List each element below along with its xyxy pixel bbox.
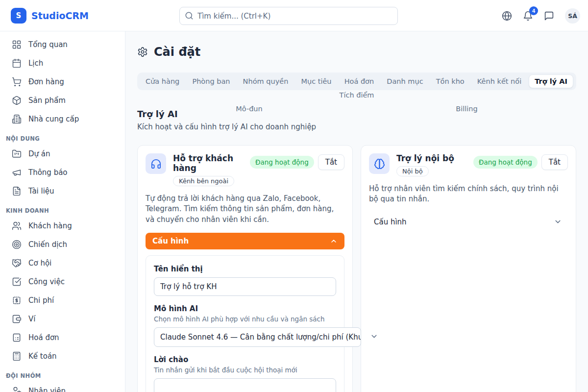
notification-count-badge: 4 bbox=[529, 6, 538, 15]
config-accordion-toggle[interactable]: Cấu hình bbox=[369, 216, 568, 228]
tab-billing[interactable]: Billing bbox=[450, 102, 483, 116]
sidebar-item-cong-viec[interactable]: Công việc bbox=[0, 272, 125, 291]
handshake-icon bbox=[12, 258, 22, 268]
sidebar-item-nhan-vien[interactable]: Nhân viên bbox=[0, 382, 125, 392]
user-avatar[interactable]: SÁ bbox=[565, 8, 580, 24]
sidebar-item-tai-lieu[interactable]: Tài liệu bbox=[0, 182, 125, 200]
tab-ton-kho[interactable]: Tồn kho bbox=[431, 74, 470, 88]
calculator-icon bbox=[12, 351, 22, 361]
ai-model-select[interactable]: Claude Sonnet 4.6 — Cân bằng chất lượng/… bbox=[154, 327, 361, 347]
sidebar-item-co-hoi[interactable]: Cơ hội bbox=[0, 254, 125, 272]
assistant-card-customer-support: Hỗ trợ khách hàng Kênh bên ngoài Đang ho… bbox=[137, 145, 353, 392]
assistant-tag: Kênh bên ngoài bbox=[173, 176, 234, 186]
display-name-input[interactable] bbox=[154, 277, 336, 296]
package-icon bbox=[12, 96, 22, 105]
banknote-icon bbox=[12, 295, 22, 305]
global-search bbox=[179, 7, 398, 25]
tab-danh-muc[interactable]: Danh mục bbox=[381, 74, 428, 88]
tab-kenh-ket-noi[interactable]: Kênh kết nối bbox=[472, 74, 527, 88]
turn-off-button[interactable]: Tắt bbox=[541, 154, 568, 170]
config-toggle-label: Cấu hình bbox=[374, 218, 407, 226]
sidebar: Tổng quan Lịch Đơn hàng Sản phẩm Nhà cun… bbox=[0, 31, 125, 392]
sidebar-item-don-hang[interactable]: Đơn hàng bbox=[0, 73, 125, 91]
sidebar-item-label: Khách hàng bbox=[28, 221, 72, 230]
tab-cua-hang[interactable]: Cửa hàng bbox=[140, 74, 185, 88]
sidebar-item-label: Hoá đơn bbox=[28, 333, 59, 342]
tab-tich-diem[interactable]: Tích điểm bbox=[334, 88, 380, 102]
ai-model-label: Mô hình AI bbox=[154, 304, 336, 313]
assistant-title: Hỗ trợ khách hàng bbox=[173, 153, 250, 173]
sidebar-item-label: Thông báo bbox=[28, 168, 68, 177]
sidebar-item-label: Đơn hàng bbox=[28, 77, 64, 86]
greeting-hint: Tin nhắn gửi khi bắt đầu cuộc hội thoại … bbox=[154, 366, 336, 374]
sidebar-item-thong-bao[interactable]: Thông báo bbox=[0, 163, 125, 182]
sidebar-item-lich[interactable]: Lịch bbox=[0, 54, 125, 73]
chevron-up-icon bbox=[330, 237, 338, 245]
sidebar-item-label: Chi phí bbox=[28, 296, 54, 305]
config-accordion-toggle[interactable]: Cấu hình bbox=[146, 233, 344, 249]
users-icon bbox=[12, 221, 22, 231]
sidebar-item-label: Nhà cung cấp bbox=[28, 115, 79, 123]
message-square-icon bbox=[544, 11, 554, 21]
sidebar-item-chi-phi[interactable]: Chi phí bbox=[0, 291, 125, 310]
tab-muc-tieu[interactable]: Mục tiêu bbox=[295, 74, 337, 88]
sidebar-item-san-pham[interactable]: Sản phẩm bbox=[0, 91, 125, 110]
settings-tabs: Cửa hàng Phòng ban Nhóm quyền Mục tiêu H… bbox=[137, 73, 576, 90]
sidebar-section-kinh-doanh: KINH DOANH bbox=[0, 200, 125, 217]
sidebar-item-label: Cơ hội bbox=[28, 259, 51, 268]
sidebar-item-hoa-don[interactable]: Hoá đơn bbox=[0, 328, 125, 347]
tab-phong-ban[interactable]: Phòng ban bbox=[187, 74, 235, 88]
sidebar-item-label: Công việc bbox=[28, 277, 65, 286]
brand-name: StudioCRM bbox=[31, 10, 89, 21]
sidebar-item-label: Sản phẩm bbox=[28, 96, 66, 105]
building-icon bbox=[12, 114, 22, 124]
gear-icon bbox=[137, 47, 148, 57]
globe-button[interactable] bbox=[502, 11, 512, 21]
tab-tro-ly-ai[interactable]: Trợ lý AI bbox=[529, 74, 573, 88]
page-title: Cài đặt bbox=[154, 45, 200, 59]
chevron-down-icon bbox=[554, 218, 562, 226]
turn-off-button[interactable]: Tắt bbox=[318, 154, 344, 170]
config-panel: Tên hiển thị Mô hình AI Chọn mô hình AI … bbox=[146, 255, 344, 392]
sidebar-item-khach-hang[interactable]: Khách hàng bbox=[0, 217, 125, 235]
section-subtitle: Kích hoạt và cấu hình trợ lý AI cho doan… bbox=[137, 122, 576, 131]
greeting-textarea[interactable] bbox=[154, 378, 336, 392]
sidebar-section-doi-nhom: ĐỘI NHÓM bbox=[0, 366, 125, 382]
notifications-button[interactable]: 4 bbox=[523, 11, 533, 21]
sidebar-item-label: Tổng quan bbox=[28, 40, 68, 49]
megaphone-icon bbox=[12, 168, 22, 177]
tab-hoa-don[interactable]: Hoá đơn bbox=[339, 74, 380, 88]
config-toggle-label: Cấu hình bbox=[152, 237, 189, 245]
sidebar-item-label: Ví bbox=[28, 315, 35, 323]
display-name-label: Tên hiển thị bbox=[154, 265, 336, 273]
sidebar-item-nha-cung-cap[interactable]: Nhà cung cấp bbox=[0, 110, 125, 128]
sidebar-section-noi-dung: NỘI DUNG bbox=[0, 128, 125, 145]
globe-icon bbox=[502, 11, 512, 21]
calendar-icon bbox=[12, 58, 22, 68]
settings-page: Cài đặt Cửa hàng Phòng ban Nhóm quyền Mụ… bbox=[125, 31, 588, 392]
tab-mo-dun[interactable]: Mô-đun bbox=[230, 102, 268, 116]
search-input[interactable] bbox=[179, 7, 398, 25]
assistant-description: Tự động trả lời khách hàng qua Zalo, Fac… bbox=[146, 194, 344, 225]
file-text-icon bbox=[12, 186, 22, 196]
logo-icon: S bbox=[11, 8, 26, 24]
messages-button[interactable] bbox=[544, 11, 554, 21]
sidebar-item-ke-toan[interactable]: Kế toán bbox=[0, 347, 125, 366]
search-icon bbox=[185, 11, 194, 20]
sidebar-item-label: Lịch bbox=[28, 59, 43, 68]
sidebar-item-label: Chiến dịch bbox=[28, 240, 67, 249]
sidebar-item-du-an[interactable]: Dự án bbox=[0, 145, 125, 163]
status-badge: Đang hoạt động bbox=[473, 156, 538, 169]
shopping-cart-icon bbox=[12, 77, 22, 87]
sidebar-item-chien-dich[interactable]: Chiến dịch bbox=[0, 235, 125, 254]
app-header: S StudioCRM 4 SÁ bbox=[0, 0, 588, 31]
tab-nhom-quyen[interactable]: Nhóm quyền bbox=[238, 74, 294, 88]
assistant-title: Trợ lý nội bộ bbox=[396, 153, 473, 163]
assistant-description: Hỗ trợ nhân viên tìm kiếm chính sách, qu… bbox=[369, 184, 568, 205]
brand[interactable]: S StudioCRM bbox=[11, 8, 89, 24]
check-square-icon bbox=[12, 277, 22, 287]
user-cog-icon bbox=[12, 386, 22, 392]
sidebar-item-tong-quan[interactable]: Tổng quan bbox=[0, 35, 125, 54]
sidebar-item-vi[interactable]: Ví bbox=[0, 310, 125, 328]
headset-icon bbox=[146, 153, 166, 174]
